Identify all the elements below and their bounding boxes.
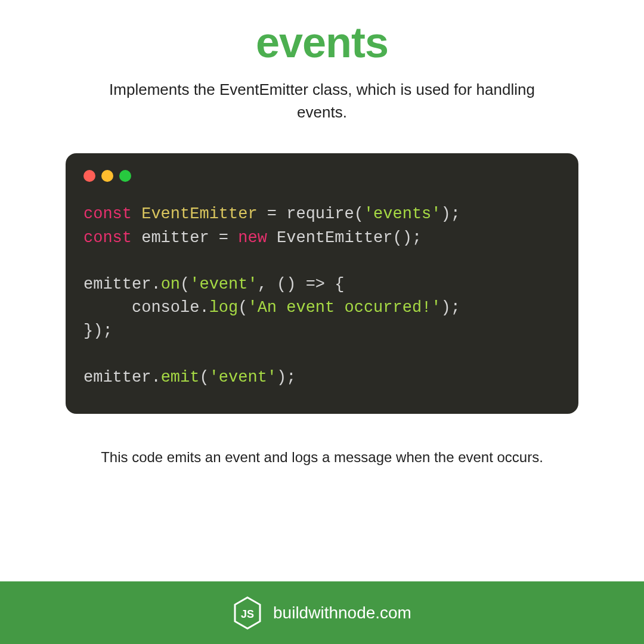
code-block: const EventEmitter = require('events'); … bbox=[66, 153, 578, 413]
code-token: , () => { bbox=[258, 275, 345, 293]
close-icon bbox=[83, 170, 95, 182]
code-token: emitter = bbox=[132, 229, 238, 247]
code-token: ); bbox=[441, 299, 460, 317]
code-token: 'An event occurred!' bbox=[247, 299, 441, 317]
code-token: const bbox=[83, 205, 132, 223]
code-token: = require( bbox=[258, 205, 364, 223]
code-token: 'event' bbox=[209, 369, 277, 386]
code-token: emitter. bbox=[83, 369, 161, 386]
code-token: emitter. bbox=[83, 275, 161, 293]
code-snippet: const EventEmitter = require('events'); … bbox=[83, 203, 561, 389]
code-token: emit bbox=[161, 369, 200, 386]
code-token: 'events' bbox=[364, 205, 441, 223]
code-token: }); bbox=[83, 322, 113, 340]
code-token: EventEmitter bbox=[141, 205, 257, 223]
code-token: on bbox=[161, 275, 180, 293]
code-token: ); bbox=[441, 205, 460, 223]
description-text: Implements the EventEmitter class, which… bbox=[89, 79, 555, 123]
maximize-icon bbox=[119, 170, 131, 182]
svg-text:JS: JS bbox=[241, 608, 254, 620]
page-title: events bbox=[256, 18, 388, 67]
code-token: new bbox=[238, 229, 267, 247]
minimize-icon bbox=[101, 170, 113, 182]
code-token: log bbox=[209, 299, 239, 317]
caption-text: This code emits an event and logs a mess… bbox=[101, 447, 543, 468]
code-token: EventEmitter(); bbox=[267, 229, 422, 247]
footer: JS buildwithnode.com bbox=[0, 581, 644, 644]
code-token: const bbox=[83, 229, 132, 247]
code-token: ); bbox=[277, 369, 296, 386]
code-token: ( bbox=[180, 275, 190, 293]
nodejs-logo-icon: JS bbox=[233, 596, 262, 630]
window-controls bbox=[83, 170, 561, 182]
code-token: console. bbox=[83, 299, 209, 317]
code-token: ( bbox=[199, 369, 209, 386]
code-token: ( bbox=[238, 299, 247, 317]
code-token: 'event' bbox=[190, 275, 257, 293]
footer-url: buildwithnode.com bbox=[273, 603, 411, 623]
